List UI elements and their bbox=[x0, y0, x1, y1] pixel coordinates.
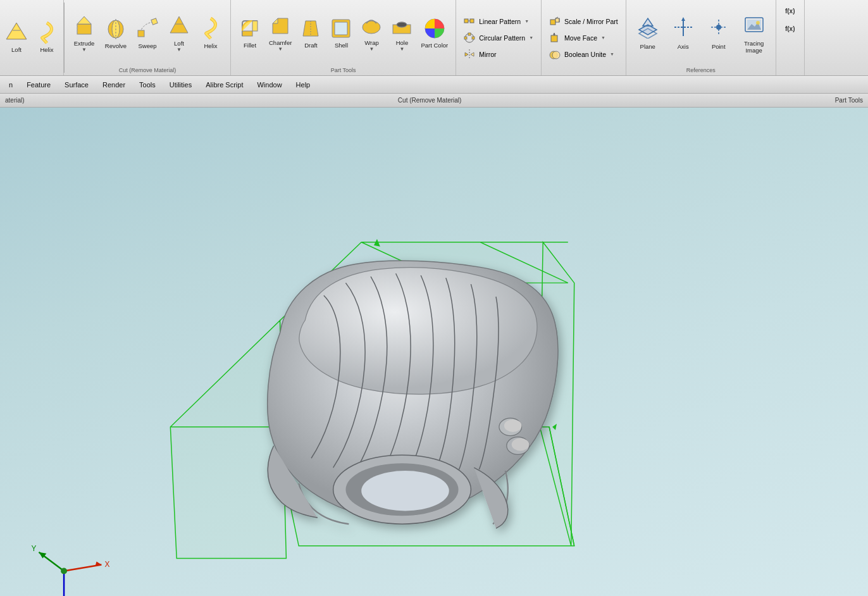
sweep-label: Sweep bbox=[138, 42, 156, 49]
helix2-button[interactable]: Helix bbox=[195, 5, 226, 62]
svg-rect-3 bbox=[77, 24, 91, 34]
shell-button[interactable]: Shell bbox=[326, 5, 356, 62]
helix2-icon bbox=[199, 16, 223, 40]
wrap-button[interactable]: Wrap ▼ bbox=[356, 5, 387, 62]
svg-point-44 bbox=[552, 51, 560, 59]
circular-pattern-chevron: ▼ bbox=[529, 35, 533, 40]
svg-marker-34 bbox=[465, 53, 468, 56]
fillet-icon bbox=[239, 17, 261, 40]
svg-point-71 bbox=[504, 419, 522, 432]
fx-d-label: f(x) bbox=[785, 8, 795, 15]
menu-window[interactable]: Window bbox=[251, 78, 288, 91]
menu-surface[interactable]: Surface bbox=[58, 78, 95, 91]
move-face-button[interactable]: Move Face ▼ bbox=[547, 31, 621, 45]
sweep-button[interactable]: Sweep bbox=[132, 5, 163, 62]
svg-rect-30 bbox=[468, 33, 471, 35]
svg-rect-26 bbox=[464, 19, 468, 23]
svg-rect-40 bbox=[551, 35, 557, 42]
extrude-button[interactable]: Extrude ▼ bbox=[68, 5, 100, 62]
circular-pattern-button[interactable]: Circular Pattern ▼ bbox=[461, 31, 536, 45]
svg-rect-31 bbox=[472, 37, 474, 39]
wrap-label: Wrap bbox=[364, 39, 379, 46]
move-face-label: Move Face bbox=[564, 34, 597, 42]
main-toolbar: Loft Helix Extrude ▼ bbox=[0, 0, 868, 76]
fx-2-button[interactable]: f(x) bbox=[779, 20, 802, 37]
helix-button-left[interactable]: Helix bbox=[32, 9, 62, 66]
circular-pattern-label: Circular Pattern bbox=[479, 34, 525, 42]
svg-rect-10 bbox=[151, 18, 158, 25]
draft-icon bbox=[299, 17, 322, 40]
draft-button[interactable]: Draft bbox=[295, 5, 326, 62]
svg-marker-59 bbox=[170, 321, 286, 559]
menu-alibre-script[interactable]: Alibre Script bbox=[199, 78, 249, 91]
circular-pattern-icon bbox=[464, 32, 475, 44]
svg-point-53 bbox=[716, 25, 721, 30]
menu-n[interactable]: n bbox=[3, 78, 19, 91]
axis-button[interactable]: Axis bbox=[667, 5, 700, 62]
loft-button-left[interactable]: Loft bbox=[1, 9, 32, 66]
extrude-icon bbox=[72, 14, 96, 38]
toolbar-section-scale-mirror: Scale / Mirror Part Move Face ▼ Boolean … bbox=[542, 0, 626, 75]
loft2-label: Loft bbox=[174, 40, 184, 47]
svg-marker-1 bbox=[8, 24, 25, 39]
parttools-section-label: Part Tools bbox=[231, 67, 456, 73]
fx-2-label: f(x) bbox=[785, 25, 795, 32]
revolve-icon bbox=[104, 16, 128, 40]
svg-rect-20 bbox=[335, 22, 347, 35]
menu-tools[interactable]: Tools bbox=[133, 78, 162, 91]
tracing-image-label: TracingImage bbox=[744, 40, 764, 54]
tracing-image-button[interactable]: TracingImage bbox=[738, 5, 771, 62]
partcolor-button[interactable]: Part Color bbox=[417, 5, 452, 62]
chamfer-button[interactable]: Chamfer ▼ bbox=[265, 5, 295, 62]
fillet-label: Fillet bbox=[244, 42, 256, 49]
hole-button[interactable]: Hole ▼ bbox=[387, 5, 417, 62]
svg-point-69 bbox=[361, 471, 449, 511]
mirror-button[interactable]: Mirror bbox=[461, 47, 536, 61]
shell-label: Shell bbox=[335, 42, 348, 49]
menubar: n Feature Surface Render Tools Utilities… bbox=[0, 76, 868, 94]
scale-mirror-part-button[interactable]: Scale / Mirror Part bbox=[547, 15, 621, 28]
chamfer-label: Chamfer bbox=[269, 39, 292, 46]
fx-d-button[interactable]: f(x) bbox=[779, 3, 802, 19]
svg-marker-47 bbox=[643, 18, 653, 26]
svg-point-21 bbox=[363, 21, 380, 34]
svg-text:X: X bbox=[104, 560, 109, 569]
loft2-icon bbox=[167, 14, 191, 38]
viewport[interactable]: X Y Z bbox=[0, 108, 868, 596]
sweep-icon bbox=[135, 16, 159, 40]
wrap-icon bbox=[360, 15, 383, 37]
move-face-chevron: ▼ bbox=[601, 35, 605, 40]
menu-render[interactable]: Render bbox=[96, 78, 132, 91]
svg-marker-11 bbox=[170, 16, 188, 33]
3d-model-svg: X Y Z bbox=[0, 108, 868, 596]
toolbar-section-patterns: Linear Pattern ▼ Circular Pattern ▼ Mirr… bbox=[456, 0, 542, 75]
point-button[interactable]: Point bbox=[702, 5, 735, 62]
menu-utilities[interactable]: Utilities bbox=[163, 78, 198, 91]
toolbar-section-extrude: Extrude ▼ Revolve Sweep bbox=[65, 0, 231, 75]
loft-icon-left bbox=[5, 22, 28, 44]
loft2-button[interactable]: Loft ▼ bbox=[163, 5, 195, 62]
chamfer-chevron: ▼ bbox=[278, 46, 283, 52]
partcolor-icon bbox=[423, 17, 446, 40]
draft-label: Draft bbox=[304, 42, 318, 49]
svg-text:Y: Y bbox=[32, 544, 37, 553]
linear-pattern-button[interactable]: Linear Pattern ▼ bbox=[461, 15, 536, 28]
move-face-icon bbox=[549, 32, 561, 44]
subbar: aterial) Cut (Remove Material) Part Tool… bbox=[0, 94, 868, 108]
fillet-button[interactable]: Fillet bbox=[235, 5, 265, 62]
axis-icon bbox=[672, 16, 695, 39]
toolbar-section-part-tools: Fillet Chamfer ▼ Draft bbox=[231, 0, 456, 75]
boolean-unite-label: Boolean Unite bbox=[564, 51, 606, 58]
menu-feature[interactable]: Feature bbox=[20, 78, 57, 91]
point-icon bbox=[707, 16, 730, 39]
plane-button[interactable]: Plane bbox=[631, 5, 664, 62]
revolve-button[interactable]: Revolve bbox=[100, 5, 132, 62]
boolean-unite-button[interactable]: Boolean Unite ▼ bbox=[547, 47, 621, 61]
menu-help[interactable]: Help bbox=[290, 78, 317, 91]
loft2-chevron: ▼ bbox=[177, 47, 182, 53]
helix2-label: Helix bbox=[204, 42, 217, 49]
helix-icon-left bbox=[35, 22, 58, 44]
boolean-unite-chevron: ▼ bbox=[610, 52, 614, 56]
point-label: Point bbox=[712, 43, 726, 50]
svg-rect-37 bbox=[555, 18, 559, 22]
